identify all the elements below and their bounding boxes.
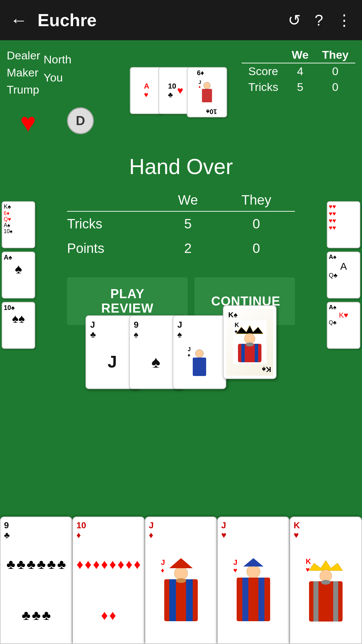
svg-text:♠: ♠ (235, 328, 238, 334)
svg-marker-34 (309, 560, 343, 571)
tricks-row-label: Tricks (242, 79, 285, 95)
svg-text:♦: ♦ (199, 85, 201, 89)
svg-text:♠: ♠ (188, 352, 190, 358)
dealer-avatar: D (67, 107, 94, 134)
trump-heart: ♥ (20, 107, 36, 138)
svg-rect-15 (255, 344, 258, 362)
hand-card-5[interactable]: K♥ K ♥ (290, 517, 362, 644)
svg-rect-38 (333, 581, 338, 622)
svg-point-6 (195, 350, 203, 358)
svg-text:K: K (235, 322, 239, 328)
score-row-label: Score (242, 63, 285, 79)
svg-text:K: K (306, 557, 311, 566)
hand-card-2[interactable]: 10♦ ♦ ♦ ♦ ♦ ♦ ♦ ♦ ♦ ♦ ♦ (72, 517, 145, 644)
tricks-row: Tricks (67, 211, 158, 236)
svg-text:J: J (188, 346, 191, 352)
menu-icon[interactable]: ⋮ (337, 11, 352, 29)
north-cards: A♥ 10♣ ♥ 6♦ J ♦ 10♠ (135, 67, 227, 117)
info-panel: Dealer Maker Trump (7, 47, 40, 98)
svg-point-39 (321, 580, 330, 585)
svg-text:J: J (161, 558, 165, 567)
svg-point-19 (174, 567, 188, 580)
svg-rect-7 (193, 358, 206, 376)
result-we-header: We (158, 189, 218, 211)
they-tricks: 0 (315, 79, 355, 95)
left-cards: K♠ 6♦ Q♥ A♠ 10♠ A♠ ♠ 10♠ ♠♠ (0, 201, 37, 335)
left-card-2: A♠ ♠ (2, 252, 35, 299)
right-card-3: A♠ K♥ Q♣ (327, 302, 360, 349)
maker-label: Maker (7, 64, 40, 81)
center-card-4: K♠ K ♠ (223, 305, 277, 379)
tricks-we: 5 (158, 211, 218, 236)
svg-rect-37 (313, 581, 318, 622)
svg-marker-28 (243, 558, 263, 567)
hand-card-3[interactable]: J♦ J ♦ (145, 517, 217, 644)
points-row: Points (67, 236, 158, 261)
svg-rect-23 (186, 579, 193, 621)
svg-point-24 (176, 578, 186, 583)
svg-rect-30 (242, 578, 248, 621)
north-label: North (44, 50, 71, 68)
right-card-1: ♥♥ ♥♥ ♥♥ ♥♥ (327, 201, 360, 248)
right-cards: ♥♥ ♥♥ ♥♥ ♥♥ A♠ A Q♣ A♠ K♥ Q♣ (325, 201, 362, 335)
game-area: Dealer Maker Trump North You ♥ D We They… (0, 40, 362, 644)
points-they: 0 (218, 236, 295, 261)
center-cards: J♣ J 9♠ ♠ J♠ J ♠ (85, 315, 277, 389)
bottom-hand: 9♣ ♣ ♣ ♣ ♣ ♣ ♣ ♣ ♣ ♣ 10♦ ♦ ♦ ♦ ♦ ♦ ♦ (0, 517, 362, 644)
you-label: You (44, 68, 71, 87)
right-card-2: A♠ A Q♣ (327, 252, 360, 299)
center-card-3: J♠ J ♠ (173, 315, 226, 389)
left-card-1: K♠ 6♦ Q♥ A♠ 10♠ (2, 201, 35, 248)
we-score: 4 (285, 63, 315, 79)
svg-rect-29 (237, 578, 270, 621)
score-table: We They Score 4 0 Tricks 5 0 (242, 47, 355, 95)
we-header: We (285, 47, 315, 63)
svg-text:♥: ♥ (233, 567, 237, 574)
result-table: We They Tricks 5 0 Points 2 0 (67, 189, 295, 261)
svg-text:J: J (233, 558, 237, 567)
north-you-label: North You (44, 50, 71, 87)
topbar-icons: ↺ ? ⋮ (288, 11, 352, 29)
hand-card-4[interactable]: J♥ J ♥ (217, 517, 290, 644)
result-they-header: They (218, 189, 295, 211)
left-card-3: 10♠ ♠♠ (2, 302, 35, 349)
svg-rect-22 (169, 579, 176, 621)
svg-point-27 (247, 565, 260, 578)
hand-over-panel: Hand Over We They Tricks 5 0 Points 2 (67, 154, 295, 325)
svg-rect-14 (241, 344, 245, 362)
hand-card-1[interactable]: 9♣ ♣ ♣ ♣ ♣ ♣ ♣ ♣ ♣ ♣ (0, 517, 72, 644)
tricks-they: 0 (218, 211, 295, 236)
undo-icon[interactable]: ↺ (288, 11, 301, 29)
svg-point-1 (204, 82, 210, 89)
hand-over-title: Hand Over (67, 154, 295, 179)
we-tricks: 5 (285, 79, 315, 95)
trump-label: Trump (7, 81, 40, 98)
back-button[interactable]: ← (10, 10, 27, 30)
dealer-initial: D (76, 114, 85, 128)
svg-text:♦: ♦ (161, 567, 164, 574)
help-icon[interactable]: ? (314, 11, 323, 29)
svg-rect-31 (258, 578, 264, 621)
svg-text:♥: ♥ (306, 566, 310, 573)
dealer-label: Dealer (7, 47, 40, 64)
they-score: 0 (315, 63, 355, 79)
svg-point-16 (246, 342, 254, 346)
points-we: 2 (158, 236, 218, 261)
they-header: They (315, 47, 355, 63)
svg-marker-20 (169, 558, 193, 568)
app-title: Euchre (38, 10, 288, 30)
svg-text:J: J (199, 79, 201, 85)
north-card-3: 6♦ J ♦ 10♠ (187, 67, 227, 117)
svg-rect-2 (202, 89, 212, 102)
topbar: ← Euchre ↺ ? ⋮ (0, 0, 362, 40)
